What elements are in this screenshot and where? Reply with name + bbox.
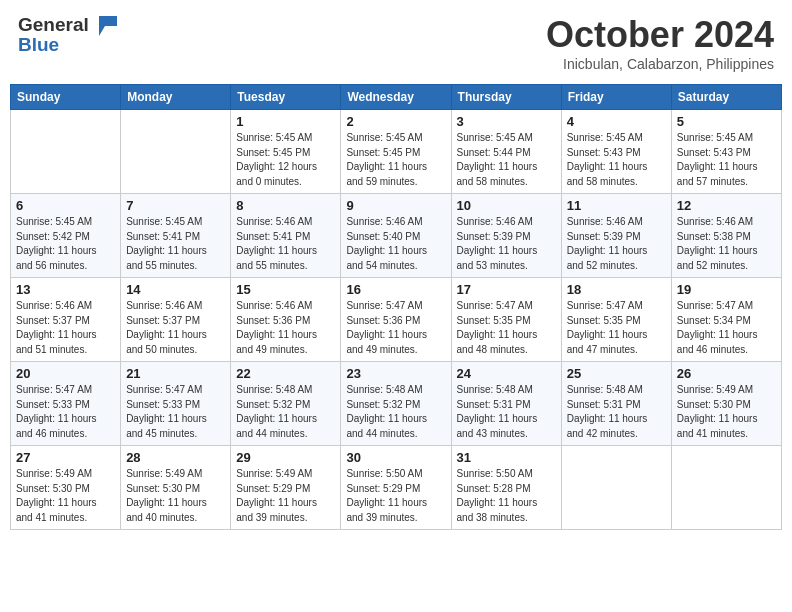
day-info: Sunrise: 5:45 AMSunset: 5:43 PMDaylight:… — [567, 131, 666, 189]
weekday-header-thursday: Thursday — [451, 85, 561, 110]
day-number: 21 — [126, 366, 225, 381]
calendar-cell: 22Sunrise: 5:48 AMSunset: 5:32 PMDayligh… — [231, 362, 341, 446]
day-info: Sunrise: 5:46 AMSunset: 5:39 PMDaylight:… — [567, 215, 666, 273]
day-number: 12 — [677, 198, 776, 213]
calendar-cell: 16Sunrise: 5:47 AMSunset: 5:36 PMDayligh… — [341, 278, 451, 362]
day-info: Sunrise: 5:45 AMSunset: 5:45 PMDaylight:… — [236, 131, 335, 189]
month-title: October 2024 — [546, 14, 774, 56]
day-info: Sunrise: 5:49 AMSunset: 5:30 PMDaylight:… — [16, 467, 115, 525]
calendar-cell: 4Sunrise: 5:45 AMSunset: 5:43 PMDaylight… — [561, 110, 671, 194]
calendar-cell: 11Sunrise: 5:46 AMSunset: 5:39 PMDayligh… — [561, 194, 671, 278]
day-number: 25 — [567, 366, 666, 381]
weekday-header-wednesday: Wednesday — [341, 85, 451, 110]
day-info: Sunrise: 5:50 AMSunset: 5:29 PMDaylight:… — [346, 467, 445, 525]
day-info: Sunrise: 5:47 AMSunset: 5:35 PMDaylight:… — [457, 299, 556, 357]
calendar-cell: 8Sunrise: 5:46 AMSunset: 5:41 PMDaylight… — [231, 194, 341, 278]
day-number: 27 — [16, 450, 115, 465]
calendar-cell: 13Sunrise: 5:46 AMSunset: 5:37 PMDayligh… — [11, 278, 121, 362]
calendar-cell: 1Sunrise: 5:45 AMSunset: 5:45 PMDaylight… — [231, 110, 341, 194]
calendar-cell: 26Sunrise: 5:49 AMSunset: 5:30 PMDayligh… — [671, 362, 781, 446]
day-info: Sunrise: 5:45 AMSunset: 5:45 PMDaylight:… — [346, 131, 445, 189]
calendar-cell: 25Sunrise: 5:48 AMSunset: 5:31 PMDayligh… — [561, 362, 671, 446]
calendar-cell: 28Sunrise: 5:49 AMSunset: 5:30 PMDayligh… — [121, 446, 231, 530]
calendar-cell — [11, 110, 121, 194]
day-number: 2 — [346, 114, 445, 129]
day-info: Sunrise: 5:48 AMSunset: 5:32 PMDaylight:… — [346, 383, 445, 441]
day-info: Sunrise: 5:45 AMSunset: 5:44 PMDaylight:… — [457, 131, 556, 189]
day-info: Sunrise: 5:47 AMSunset: 5:36 PMDaylight:… — [346, 299, 445, 357]
day-info: Sunrise: 5:47 AMSunset: 5:33 PMDaylight:… — [16, 383, 115, 441]
calendar-cell: 6Sunrise: 5:45 AMSunset: 5:42 PMDaylight… — [11, 194, 121, 278]
day-number: 4 — [567, 114, 666, 129]
day-number: 24 — [457, 366, 556, 381]
week-row-5: 27Sunrise: 5:49 AMSunset: 5:30 PMDayligh… — [11, 446, 782, 530]
day-info: Sunrise: 5:46 AMSunset: 5:40 PMDaylight:… — [346, 215, 445, 273]
day-info: Sunrise: 5:45 AMSunset: 5:41 PMDaylight:… — [126, 215, 225, 273]
calendar-cell: 20Sunrise: 5:47 AMSunset: 5:33 PMDayligh… — [11, 362, 121, 446]
day-number: 15 — [236, 282, 335, 297]
weekday-header-row: SundayMondayTuesdayWednesdayThursdayFrid… — [11, 85, 782, 110]
day-info: Sunrise: 5:45 AMSunset: 5:43 PMDaylight:… — [677, 131, 776, 189]
calendar-cell: 7Sunrise: 5:45 AMSunset: 5:41 PMDaylight… — [121, 194, 231, 278]
day-number: 16 — [346, 282, 445, 297]
day-info: Sunrise: 5:46 AMSunset: 5:41 PMDaylight:… — [236, 215, 335, 273]
weekday-header-saturday: Saturday — [671, 85, 781, 110]
day-info: Sunrise: 5:47 AMSunset: 5:33 PMDaylight:… — [126, 383, 225, 441]
day-info: Sunrise: 5:49 AMSunset: 5:29 PMDaylight:… — [236, 467, 335, 525]
weekday-header-monday: Monday — [121, 85, 231, 110]
week-row-1: 1Sunrise: 5:45 AMSunset: 5:45 PMDaylight… — [11, 110, 782, 194]
day-number: 30 — [346, 450, 445, 465]
calendar-cell: 10Sunrise: 5:46 AMSunset: 5:39 PMDayligh… — [451, 194, 561, 278]
weekday-header-sunday: Sunday — [11, 85, 121, 110]
day-info: Sunrise: 5:46 AMSunset: 5:38 PMDaylight:… — [677, 215, 776, 273]
calendar-cell: 18Sunrise: 5:47 AMSunset: 5:35 PMDayligh… — [561, 278, 671, 362]
svg-marker-0 — [99, 16, 117, 36]
day-info: Sunrise: 5:49 AMSunset: 5:30 PMDaylight:… — [677, 383, 776, 441]
day-number: 13 — [16, 282, 115, 297]
day-number: 26 — [677, 366, 776, 381]
day-number: 14 — [126, 282, 225, 297]
day-info: Sunrise: 5:50 AMSunset: 5:28 PMDaylight:… — [457, 467, 556, 525]
calendar-cell: 2Sunrise: 5:45 AMSunset: 5:45 PMDaylight… — [341, 110, 451, 194]
weekday-header-friday: Friday — [561, 85, 671, 110]
calendar-cell — [121, 110, 231, 194]
day-number: 29 — [236, 450, 335, 465]
location: Inicbulan, Calabarzon, Philippines — [546, 56, 774, 72]
day-info: Sunrise: 5:46 AMSunset: 5:39 PMDaylight:… — [457, 215, 556, 273]
day-info: Sunrise: 5:45 AMSunset: 5:42 PMDaylight:… — [16, 215, 115, 273]
calendar-cell: 19Sunrise: 5:47 AMSunset: 5:34 PMDayligh… — [671, 278, 781, 362]
calendar-cell: 23Sunrise: 5:48 AMSunset: 5:32 PMDayligh… — [341, 362, 451, 446]
day-number: 9 — [346, 198, 445, 213]
calendar-cell: 31Sunrise: 5:50 AMSunset: 5:28 PMDayligh… — [451, 446, 561, 530]
calendar-cell: 30Sunrise: 5:50 AMSunset: 5:29 PMDayligh… — [341, 446, 451, 530]
calendar-cell: 21Sunrise: 5:47 AMSunset: 5:33 PMDayligh… — [121, 362, 231, 446]
logo-icon — [91, 14, 117, 36]
week-row-2: 6Sunrise: 5:45 AMSunset: 5:42 PMDaylight… — [11, 194, 782, 278]
calendar-cell: 14Sunrise: 5:46 AMSunset: 5:37 PMDayligh… — [121, 278, 231, 362]
day-number: 23 — [346, 366, 445, 381]
calendar-cell: 29Sunrise: 5:49 AMSunset: 5:29 PMDayligh… — [231, 446, 341, 530]
calendar-cell: 27Sunrise: 5:49 AMSunset: 5:30 PMDayligh… — [11, 446, 121, 530]
day-number: 18 — [567, 282, 666, 297]
calendar-cell: 15Sunrise: 5:46 AMSunset: 5:36 PMDayligh… — [231, 278, 341, 362]
calendar-cell: 9Sunrise: 5:46 AMSunset: 5:40 PMDaylight… — [341, 194, 451, 278]
day-number: 1 — [236, 114, 335, 129]
calendar-cell: 3Sunrise: 5:45 AMSunset: 5:44 PMDaylight… — [451, 110, 561, 194]
week-row-4: 20Sunrise: 5:47 AMSunset: 5:33 PMDayligh… — [11, 362, 782, 446]
day-info: Sunrise: 5:47 AMSunset: 5:34 PMDaylight:… — [677, 299, 776, 357]
day-number: 8 — [236, 198, 335, 213]
day-number: 5 — [677, 114, 776, 129]
title-area: October 2024 Inicbulan, Calabarzon, Phil… — [546, 14, 774, 72]
day-info: Sunrise: 5:46 AMSunset: 5:37 PMDaylight:… — [126, 299, 225, 357]
page-header: General Blue October 2024 Inicbulan, Cal… — [10, 10, 782, 76]
day-info: Sunrise: 5:47 AMSunset: 5:35 PMDaylight:… — [567, 299, 666, 357]
logo: General Blue — [18, 14, 117, 56]
day-info: Sunrise: 5:46 AMSunset: 5:36 PMDaylight:… — [236, 299, 335, 357]
calendar-cell: 5Sunrise: 5:45 AMSunset: 5:43 PMDaylight… — [671, 110, 781, 194]
day-number: 11 — [567, 198, 666, 213]
day-number: 31 — [457, 450, 556, 465]
day-number: 3 — [457, 114, 556, 129]
calendar-cell: 12Sunrise: 5:46 AMSunset: 5:38 PMDayligh… — [671, 194, 781, 278]
calendar-cell: 24Sunrise: 5:48 AMSunset: 5:31 PMDayligh… — [451, 362, 561, 446]
day-number: 10 — [457, 198, 556, 213]
